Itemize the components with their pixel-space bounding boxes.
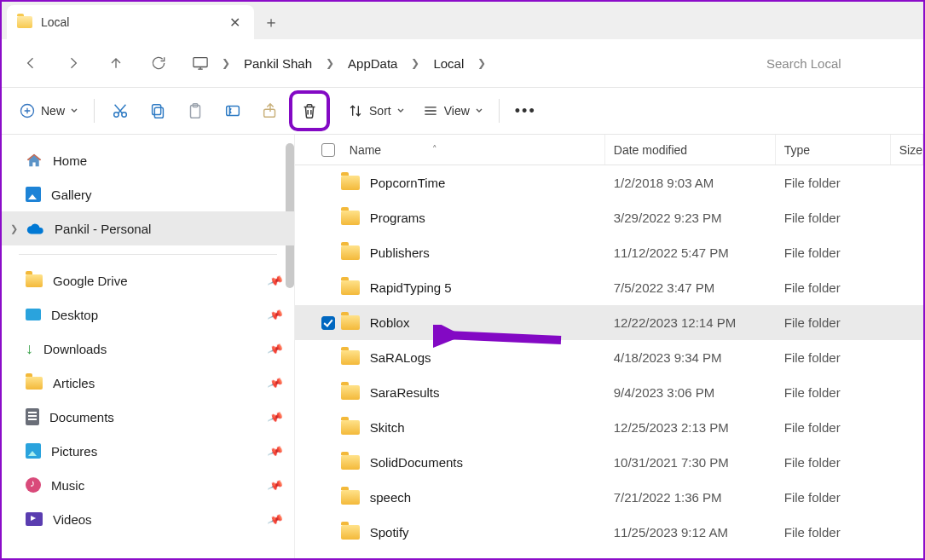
- sidebar-item-downloads[interactable]: ↓ Downloads 📌: [2, 332, 294, 366]
- file-list: Name˄ Date modified Type Size PopcornTim…: [294, 135, 923, 558]
- column-date[interactable]: Date modified: [605, 135, 776, 165]
- search-input[interactable]: Search Local: [766, 48, 911, 78]
- folder-icon: [341, 350, 360, 365]
- refresh-button[interactable]: [140, 44, 177, 82]
- chevron-right-icon[interactable]: ❯: [474, 57, 489, 69]
- new-tab-button[interactable]: ＋: [254, 5, 288, 39]
- chevron-right-icon[interactable]: ❯: [218, 57, 234, 69]
- column-name[interactable]: Name: [350, 143, 381, 157]
- folder-icon: [341, 385, 360, 400]
- cut-button[interactable]: [101, 94, 139, 128]
- sidebar-item-videos[interactable]: Videos 📌: [2, 502, 294, 536]
- videos-icon: [26, 512, 43, 526]
- svg-point-3: [122, 113, 127, 118]
- pin-icon: 📌: [267, 374, 284, 391]
- sidebar-item-onedrive[interactable]: ❯ Pankil - Personal: [2, 211, 294, 245]
- back-button[interactable]: [12, 44, 49, 82]
- gallery-icon: [26, 187, 41, 202]
- view-button[interactable]: View: [413, 94, 492, 128]
- pin-icon: 📌: [267, 340, 284, 357]
- row-checkbox[interactable]: [315, 316, 341, 330]
- sidebar-item-desktop[interactable]: Desktop 📌: [2, 297, 294, 332]
- file-name: SolidDocuments: [370, 455, 463, 470]
- sort-button[interactable]: Sort: [338, 94, 413, 128]
- file-type: File folder: [776, 176, 891, 190]
- breadcrumb-seg-1[interactable]: AppData: [344, 55, 401, 72]
- folder-icon: [341, 211, 360, 225]
- file-name: RapidTyping 5: [370, 280, 452, 295]
- table-row[interactable]: SaraResults9/4/2023 3:06 PMFile folder: [295, 375, 923, 410]
- forward-button[interactable]: [55, 44, 92, 82]
- svg-rect-9: [264, 109, 275, 117]
- breadcrumb[interactable]: ❯ Pankil Shah ❯ AppData ❯ Local ❯: [189, 55, 761, 72]
- tab-close-icon[interactable]: ✕: [226, 14, 244, 31]
- cloud-icon: [26, 222, 44, 235]
- table-row[interactable]: PopcornTime1/2/2018 9:03 AMFile folder: [295, 165, 923, 200]
- breadcrumb-seg-0[interactable]: Pankil Shah: [240, 55, 315, 72]
- rename-button[interactable]: [214, 94, 251, 128]
- copy-button[interactable]: [139, 94, 176, 128]
- table-row[interactable]: Spotify11/25/2023 9:12 AMFile folder: [295, 515, 923, 550]
- file-name: Skitch: [370, 420, 405, 435]
- table-row[interactable]: Roblox12/22/2023 12:14 PMFile folder: [295, 305, 923, 340]
- chevron-right-icon[interactable]: ❯: [408, 57, 423, 69]
- more-button[interactable]: •••: [506, 94, 545, 128]
- table-row[interactable]: speech7/21/2022 1:36 PMFile folder: [295, 480, 923, 515]
- file-date: 9/4/2023 3:06 PM: [605, 385, 776, 400]
- sidebar-item-label: Desktop: [51, 308, 98, 322]
- table-row[interactable]: RapidTyping 57/5/2022 3:47 PMFile folder: [295, 270, 923, 305]
- sidebar-item-articles[interactable]: Articles 📌: [2, 366, 294, 400]
- paste-button[interactable]: [176, 94, 214, 128]
- toolbar: New Sort View •••: [2, 87, 923, 135]
- view-label: View: [444, 104, 470, 118]
- delete-button[interactable]: [300, 94, 319, 128]
- folder-icon: [26, 377, 43, 390]
- folder-icon: [341, 245, 360, 260]
- tab-local[interactable]: Local ✕: [7, 5, 254, 39]
- column-type[interactable]: Type: [776, 135, 891, 165]
- up-button[interactable]: [97, 44, 135, 82]
- pin-icon: 📌: [267, 272, 284, 289]
- sidebar-item-home[interactable]: Home: [2, 143, 294, 177]
- new-button[interactable]: New: [10, 94, 87, 128]
- folder-icon: [341, 525, 360, 540]
- column-headers[interactable]: Name˄ Date modified Type Size: [295, 135, 923, 165]
- file-name: SaraResults: [370, 385, 440, 400]
- table-row[interactable]: Skitch12/25/2023 2:13 PMFile folder: [295, 410, 923, 445]
- svg-rect-8: [227, 107, 240, 116]
- table-row[interactable]: SaRALogs4/18/2023 9:34 PMFile folder: [295, 340, 923, 375]
- folder-icon: [26, 274, 43, 287]
- chevron-right-icon[interactable]: ❯: [322, 57, 338, 69]
- sidebar-item-google-drive[interactable]: Google Drive 📌: [2, 263, 294, 297]
- pin-icon: 📌: [267, 306, 284, 323]
- file-name: Programs: [370, 211, 425, 225]
- sidebar-item-documents[interactable]: Documents 📌: [2, 400, 294, 434]
- pin-icon: 📌: [267, 442, 284, 459]
- table-row[interactable]: SolidDocuments10/31/2021 7:30 PMFile fol…: [295, 445, 923, 480]
- column-size[interactable]: Size: [891, 135, 923, 165]
- table-row[interactable]: Publishers11/12/2022 5:47 PMFile folder: [295, 235, 923, 270]
- sidebar-item-label: Pictures: [51, 444, 97, 459]
- file-name: Roblox: [370, 315, 410, 330]
- table-row[interactable]: Programs3/29/2022 9:23 PMFile folder: [295, 200, 923, 235]
- share-button[interactable]: [251, 94, 289, 128]
- file-date: 10/31/2021 7:30 PM: [605, 455, 776, 470]
- file-name: Publishers: [370, 245, 430, 260]
- sidebar-item-label: Google Drive: [53, 274, 128, 288]
- file-name: PopcornTime: [370, 176, 446, 190]
- nav-row: ❯ Pankil Shah ❯ AppData ❯ Local ❯ Search…: [2, 39, 923, 87]
- sidebar-item-label: Articles: [53, 376, 95, 390]
- file-type: File folder: [776, 350, 891, 365]
- delete-button-highlight: [289, 90, 330, 131]
- home-icon: [26, 153, 43, 168]
- this-pc-icon[interactable]: [189, 55, 211, 71]
- select-all-checkbox[interactable]: [315, 143, 341, 157]
- folder-icon: [341, 490, 360, 505]
- breadcrumb-seg-2[interactable]: Local: [430, 55, 467, 72]
- sidebar-item-music[interactable]: Music 📌: [2, 468, 294, 502]
- file-type: File folder: [776, 525, 891, 540]
- sidebar-item-gallery[interactable]: Gallery: [2, 177, 294, 211]
- folder-icon: [341, 455, 360, 470]
- chevron-right-icon[interactable]: ❯: [10, 223, 18, 234]
- sidebar-item-pictures[interactable]: Pictures 📌: [2, 434, 294, 468]
